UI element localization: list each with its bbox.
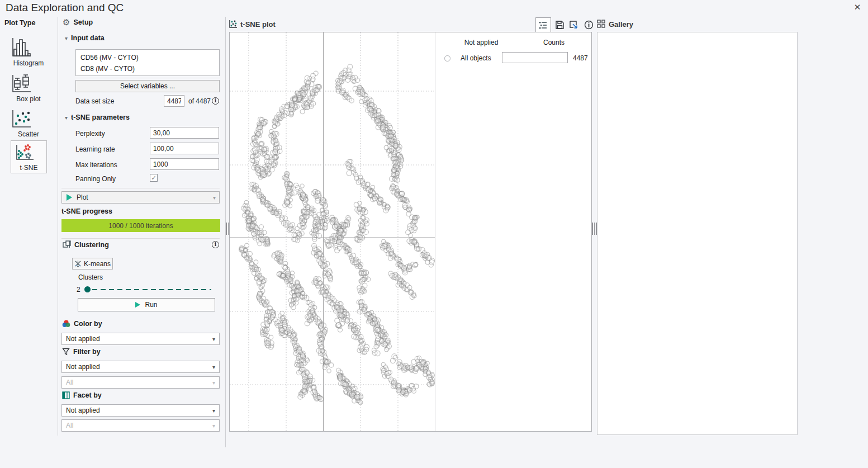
tsne-plot-header-icon bbox=[228, 19, 238, 29]
app-window: Data Exploration and QC Plot Type Histog… bbox=[0, 0, 868, 468]
right-splitter-handle[interactable] bbox=[592, 223, 597, 235]
sidebar-item-label: Box plot bbox=[8, 95, 49, 103]
progress-fill: 1000 / 1000 iterations bbox=[61, 219, 220, 232]
facet-by-header: Facet by bbox=[62, 391, 102, 399]
run-button[interactable]: Run bbox=[78, 298, 215, 311]
color-by-header: Color by bbox=[62, 320, 102, 328]
facet-by-value: Not applied bbox=[66, 406, 212, 414]
tsne-progress-title: t-SNE progress bbox=[61, 207, 112, 215]
window-title: Data Exploration and QC bbox=[6, 2, 124, 14]
chevron-down-icon bbox=[212, 336, 215, 342]
scatter-icon bbox=[8, 109, 49, 129]
run-button-label: Run bbox=[145, 301, 157, 309]
facet-by-dropdown[interactable]: Not applied bbox=[61, 404, 220, 417]
sidebar-item-boxplot[interactable]: Box plot bbox=[8, 74, 49, 103]
clustering-title: Clustering bbox=[74, 241, 109, 249]
kmeans-icon bbox=[74, 260, 82, 267]
input-data-title: Input data bbox=[71, 34, 105, 42]
tsne-params-title: t-SNE parameters bbox=[71, 114, 130, 121]
sidebar-item-tsne[interactable]: t-SNE bbox=[11, 140, 47, 173]
info-icon[interactable] bbox=[212, 97, 219, 105]
color-by-icon bbox=[62, 320, 70, 328]
facet-icon bbox=[62, 391, 70, 399]
facet-by-secondary-value: All bbox=[66, 422, 212, 429]
clustering-icon bbox=[63, 240, 71, 249]
panning-only-label: Panning Only bbox=[75, 175, 116, 183]
progress-bar: 1000 / 1000 iterations bbox=[61, 219, 220, 232]
clusters-slider-handle[interactable] bbox=[84, 286, 91, 292]
tsne-params-header[interactable]: t-SNE parameters bbox=[65, 114, 130, 121]
filter-by-value: Not applied bbox=[66, 363, 212, 371]
plot-button[interactable]: Plot bbox=[61, 191, 220, 204]
chevron-down-icon[interactable] bbox=[65, 35, 68, 41]
input-data-header[interactable]: Input data bbox=[65, 34, 105, 42]
input-variables-list[interactable]: CD56 (MV - CYTO) CD8 (MV - CYTO) bbox=[75, 49, 220, 76]
tsne-plot-title: t-SNE plot bbox=[240, 20, 276, 29]
setup-header: Setup bbox=[63, 18, 93, 26]
facet-by-secondary-dropdown[interactable]: All bbox=[61, 419, 220, 432]
sidebar-item-histogram[interactable]: Histogram bbox=[8, 37, 49, 67]
perplexity-input[interactable] bbox=[150, 127, 219, 139]
gallery-title: Gallery bbox=[609, 20, 633, 29]
sidebar-item-label: t-SNE bbox=[11, 164, 46, 172]
tsne-icon bbox=[11, 143, 46, 163]
legend-column-header: Not applied bbox=[445, 39, 518, 46]
tsne-plot-canvas[interactable] bbox=[230, 32, 435, 431]
boxplot-icon bbox=[8, 74, 49, 94]
plot-settings-icon[interactable] bbox=[535, 17, 551, 33]
filter-icon bbox=[62, 348, 70, 356]
kmeans-button[interactable]: K-means bbox=[72, 258, 113, 270]
close-icon[interactable] bbox=[851, 1, 864, 13]
all-objects-label: All objects bbox=[461, 54, 491, 62]
play-icon bbox=[67, 194, 72, 201]
chevron-down-icon[interactable] bbox=[213, 195, 216, 201]
filter-by-header: Filter by bbox=[62, 348, 101, 356]
chevron-down-icon bbox=[212, 380, 215, 386]
sidebar-item-label: Scatter bbox=[8, 130, 49, 138]
chevron-down-icon bbox=[212, 364, 215, 370]
chevron-down-icon bbox=[212, 408, 215, 414]
clusters-value: 2 bbox=[77, 286, 80, 294]
plot-button-label: Plot bbox=[77, 193, 213, 201]
clusters-label: Clusters bbox=[78, 273, 103, 281]
max-iterations-input[interactable] bbox=[150, 158, 219, 170]
dataset-size-of-label: of 4487 bbox=[188, 97, 211, 105]
info-icon[interactable] bbox=[581, 17, 596, 32]
export-icon[interactable] bbox=[567, 17, 581, 32]
rail-divider bbox=[58, 17, 58, 436]
filter-by-secondary-dropdown[interactable]: All bbox=[61, 376, 220, 389]
sidebar-item-scatter[interactable]: Scatter bbox=[8, 109, 49, 138]
list-item[interactable]: CD8 (MV - CYTO) bbox=[80, 63, 215, 74]
all-objects-radio[interactable] bbox=[444, 55, 450, 62]
sidebar-item-label: Histogram bbox=[8, 59, 49, 67]
chevron-down-icon bbox=[212, 423, 215, 429]
counts-column-header: Counts bbox=[520, 39, 587, 46]
color-by-dropdown[interactable]: Not applied bbox=[61, 333, 220, 345]
save-icon[interactable] bbox=[552, 17, 567, 32]
counts-value: 4487 bbox=[573, 54, 588, 62]
filter-by-dropdown[interactable]: Not applied bbox=[61, 361, 220, 373]
facet-by-title: Facet by bbox=[73, 391, 102, 399]
histogram-icon bbox=[8, 37, 49, 58]
filter-by-title: Filter by bbox=[73, 348, 101, 356]
perplexity-label: Perplexity bbox=[75, 130, 105, 138]
clustering-header: Clustering bbox=[63, 240, 109, 249]
list-item[interactable]: CD56 (MV - CYTO) bbox=[80, 52, 215, 63]
learning-rate-input[interactable] bbox=[150, 143, 219, 154]
select-variables-button[interactable]: Select variables ... bbox=[75, 80, 220, 92]
clusters-slider-track[interactable] bbox=[92, 289, 211, 290]
info-icon[interactable] bbox=[212, 241, 219, 248]
counts-input[interactable] bbox=[502, 52, 568, 63]
gallery-icon bbox=[597, 20, 605, 28]
chevron-down-icon[interactable] bbox=[65, 115, 68, 121]
learning-rate-label: Learning rate bbox=[75, 145, 115, 153]
kmeans-button-label: K-means bbox=[84, 260, 111, 268]
play-icon bbox=[135, 302, 140, 308]
divider bbox=[61, 238, 220, 239]
color-by-value: Not applied bbox=[66, 335, 212, 343]
panning-only-checkbox[interactable]: ✓ bbox=[150, 174, 158, 182]
dataset-size-input[interactable] bbox=[164, 95, 184, 107]
gallery-panel[interactable] bbox=[597, 32, 798, 435]
plot-type-title: Plot Type bbox=[4, 19, 35, 27]
gear-icon bbox=[63, 18, 70, 26]
